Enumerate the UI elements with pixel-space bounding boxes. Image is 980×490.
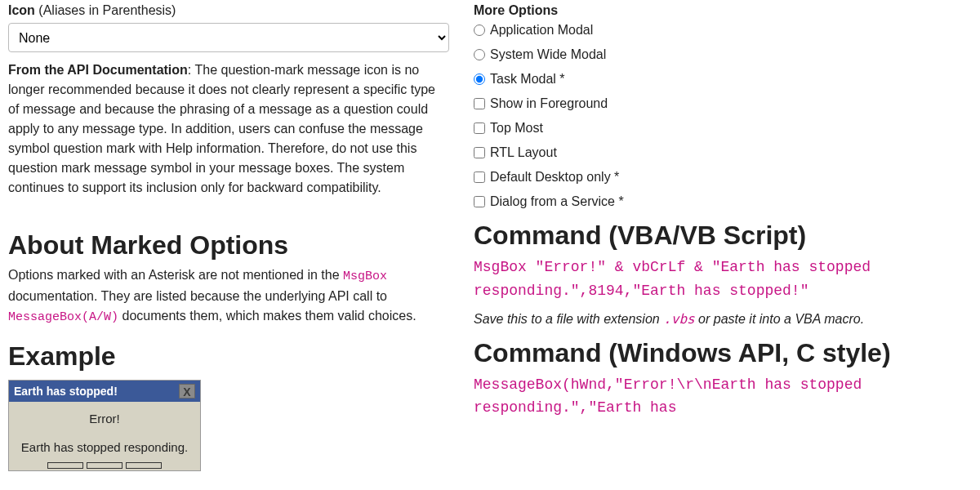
option-label: Task Modal * <box>490 72 565 87</box>
option-row: Dialog from a Service * <box>474 194 956 209</box>
more-options-label: More Options <box>474 3 956 18</box>
example-messagebox: Earth has stopped! X Error! Earth has st… <box>8 380 201 471</box>
option-radio[interactable] <box>474 24 485 36</box>
api-doc-lead: From the API Documentation <box>8 63 188 77</box>
option-row: Top Most <box>474 121 956 136</box>
cmd-c-code: MessageBox(hWnd,"Error!\r\nEarth has sto… <box>474 373 956 421</box>
cmd-c-heading: Command (Windows API, C style) <box>474 338 956 368</box>
option-checkbox[interactable] <box>474 98 485 109</box>
more-options-group: Application ModalSystem Wide ModalTask M… <box>474 23 956 209</box>
icon-label-strong: Icon <box>8 3 35 17</box>
icon-label: Icon (Aliases in Parenthesis) <box>8 3 449 18</box>
option-radio[interactable] <box>474 74 485 85</box>
example-heading: Example <box>8 341 449 372</box>
option-label: Default Desktop only * <box>490 170 619 185</box>
msgbox-title: Earth has stopped! <box>14 385 118 398</box>
msgbox-buttons <box>16 454 194 469</box>
option-row: Application Modal <box>474 23 956 38</box>
option-row: RTL Layout <box>474 145 956 160</box>
about-body: Options marked with an Asterisk are not … <box>8 265 449 327</box>
option-checkbox[interactable] <box>474 147 485 158</box>
msgbox-titlebar: Earth has stopped! X <box>9 381 200 402</box>
option-radio[interactable] <box>474 49 485 60</box>
option-label: System Wide Modal <box>490 47 606 62</box>
option-checkbox[interactable] <box>474 122 485 134</box>
vba-hint: Save this to a file with extension .vbs … <box>474 311 956 327</box>
option-checkbox[interactable] <box>474 172 485 183</box>
option-label: RTL Layout <box>490 145 557 160</box>
msgbox-body: Error! Earth has stopped responding. <box>9 402 200 470</box>
close-icon[interactable]: X <box>179 384 195 399</box>
option-label: Application Modal <box>490 23 593 38</box>
option-row: Default Desktop only * <box>474 170 956 185</box>
option-checkbox[interactable] <box>474 196 485 207</box>
messagebox-code: MessageBox(A/W) <box>8 310 118 324</box>
msgbox-button[interactable] <box>87 462 122 469</box>
option-row: Task Modal * <box>474 72 956 87</box>
option-label: Dialog from a Service * <box>490 194 624 209</box>
option-row: System Wide Modal <box>474 47 956 62</box>
cmd-vba-code: MsgBox "Error!" & vbCrLf & "Earth has st… <box>474 256 956 303</box>
msgbox-code: MsgBox <box>343 270 387 283</box>
vbs-ext: .vbs <box>663 311 695 327</box>
msgbox-button[interactable] <box>47 462 83 469</box>
cmd-vba-heading: Command (VBA/VB Script) <box>474 220 956 251</box>
option-label: Top Most <box>490 121 543 136</box>
about-heading: About Marked Options <box>8 230 449 261</box>
api-doc-body: : The question-mark message icon is no l… <box>8 63 435 194</box>
icon-select[interactable]: None <box>8 23 449 52</box>
msgbox-button[interactable] <box>126 462 162 469</box>
api-doc-note: From the API Documentation: The question… <box>8 60 449 198</box>
option-label: Show in Foreground <box>490 96 608 111</box>
option-row: Show in Foreground <box>474 96 956 111</box>
msgbox-line1: Error! <box>16 412 194 425</box>
icon-label-paren: (Aliases in Parenthesis) <box>35 3 176 17</box>
msgbox-line2: Earth has stopped responding. <box>16 440 194 454</box>
